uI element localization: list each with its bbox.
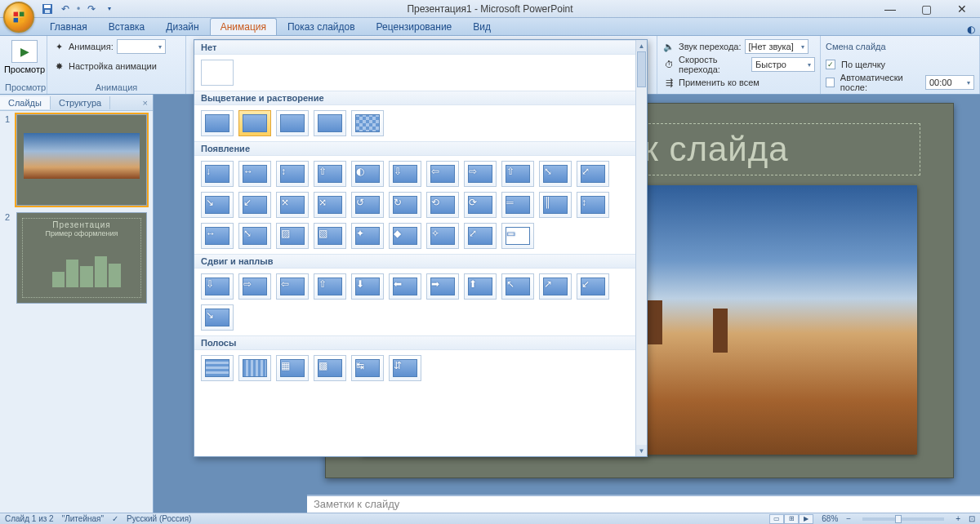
slide-thumb-2[interactable]: Презентация Пример оформления — [16, 212, 147, 304]
redo-icon[interactable]: ↷ — [83, 2, 100, 16]
sound-combo[interactable]: [Нет звука]▾ — [745, 39, 808, 54]
transition-item[interactable]: ↖ — [501, 273, 534, 300]
tab-slides[interactable]: Слайды — [0, 96, 51, 109]
zoom-out-icon[interactable]: − — [846, 514, 851, 523]
transition-item[interactable]: ⟳ — [464, 192, 497, 218]
transition-item[interactable]: ⤡ — [539, 161, 572, 187]
transition-item[interactable]: ⇵ — [389, 355, 421, 381]
transition-item[interactable]: ║ — [539, 192, 572, 218]
view-sorter-icon[interactable]: ⊞ — [784, 514, 799, 524]
undo-icon[interactable]: ↶ — [57, 2, 74, 16]
transition-item[interactable]: ↺ — [351, 192, 384, 218]
transition-item[interactable] — [238, 355, 271, 381]
transition-item[interactable] — [351, 110, 384, 136]
transition-item[interactable]: ⇧ — [314, 273, 346, 300]
transition-item[interactable]: ▭ — [501, 223, 534, 249]
transition-item[interactable]: ⬇ — [351, 273, 384, 300]
transition-item[interactable]: ⇧ — [501, 161, 534, 187]
custom-animation-button[interactable]: ✸ Настройка анимации — [52, 58, 157, 74]
transition-item[interactable]: ↔ — [201, 223, 234, 249]
office-button[interactable] — [3, 2, 34, 33]
zoom-in-icon[interactable]: + — [956, 514, 960, 523]
transition-item[interactable]: ↙ — [577, 273, 609, 300]
fit-window-icon[interactable]: ⊡ — [969, 514, 975, 523]
transition-item[interactable]: ⟲ — [426, 192, 459, 218]
preview-button[interactable]: ▶ Просмотр — [5, 38, 44, 76]
tab-outline[interactable]: Структура — [51, 96, 110, 109]
scroll-down-icon[interactable]: ▼ — [636, 445, 647, 456]
transition-item[interactable]: ⬆ — [464, 273, 497, 300]
tab-slideshow[interactable]: Показ слайдов — [277, 18, 366, 35]
transition-item[interactable]: ✦ — [351, 223, 384, 249]
transition-item[interactable]: ⇦ — [426, 161, 459, 187]
transition-item[interactable]: ⤢ — [464, 223, 497, 249]
transition-item[interactable]: ⇩ — [389, 161, 421, 187]
transition-item[interactable]: ⇧ — [314, 161, 346, 187]
transition-item[interactable]: ↘ — [201, 304, 234, 331]
transition-item[interactable]: ↘ — [201, 192, 234, 218]
transition-item[interactable]: ✧ — [426, 223, 459, 249]
transition-item[interactable] — [314, 110, 346, 136]
transition-item[interactable]: ↕ — [276, 161, 309, 187]
save-icon[interactable] — [39, 2, 56, 16]
scroll-up-icon[interactable]: ▲ — [636, 40, 647, 51]
transition-item[interactable]: ▨ — [276, 223, 309, 249]
view-normal-icon[interactable]: ▭ — [769, 514, 784, 524]
status-zoom[interactable]: 68% — [822, 514, 838, 523]
transition-item[interactable]: ⤡ — [238, 223, 271, 249]
transition-item[interactable]: ◆ — [389, 223, 421, 249]
transition-item[interactable]: ▦ — [276, 355, 309, 381]
close-button[interactable]: ✕ — [944, 0, 980, 18]
transition-item-selected[interactable] — [238, 110, 271, 136]
transition-item[interactable]: ↓ — [201, 161, 234, 187]
transition-item[interactable]: ⤢ — [577, 161, 609, 187]
on-click-checkbox[interactable]: ✓ По щелчку — [826, 56, 885, 73]
transition-item[interactable]: ◐ — [351, 161, 384, 187]
transition-none[interactable] — [201, 60, 234, 86]
transition-item[interactable]: ↙ — [238, 192, 271, 218]
tab-insert[interactable]: Вставка — [98, 18, 156, 35]
transition-item[interactable]: ⇨ — [238, 273, 271, 300]
thumb-row[interactable]: 2 Презентация Пример оформления — [5, 212, 148, 304]
transition-item[interactable]: ➡ — [426, 273, 459, 300]
transition-item[interactable]: ⇨ — [464, 161, 497, 187]
transition-item[interactable]: ⇦ — [276, 273, 309, 300]
transition-item[interactable]: ↕ — [577, 192, 609, 218]
transition-item[interactable]: ⤧ — [276, 192, 309, 218]
transition-item[interactable]: ↹ — [351, 355, 384, 381]
spellcheck-icon[interactable]: ✓ — [112, 514, 118, 523]
tab-animation[interactable]: Анимация — [210, 18, 277, 35]
tab-review[interactable]: Рецензирование — [366, 18, 463, 35]
status-language[interactable]: Русский (Россия) — [127, 514, 191, 523]
help-icon[interactable]: ◐ — [962, 24, 980, 35]
transition-item[interactable]: ▩ — [314, 355, 346, 381]
qat-customize-icon[interactable]: ▾ — [101, 2, 118, 16]
transition-item[interactable] — [201, 355, 234, 381]
transition-item[interactable]: ↻ — [389, 192, 421, 218]
transition-item[interactable]: ↔ — [238, 161, 271, 187]
animation-combo[interactable]: ▾ — [117, 39, 166, 54]
maximize-button[interactable]: ▢ — [908, 0, 944, 18]
auto-after-time[interactable]: 00:00▾ — [925, 75, 974, 90]
tab-view[interactable]: Вид — [462, 18, 501, 35]
transition-item[interactable]: ⇩ — [201, 273, 234, 300]
tab-design[interactable]: Дизайн — [155, 18, 209, 35]
transition-item[interactable]: ⤨ — [314, 192, 346, 218]
slide-thumb-1[interactable] — [16, 114, 147, 206]
transition-item[interactable] — [201, 110, 234, 136]
zoom-slider[interactable] — [862, 517, 944, 521]
view-slideshow-icon[interactable]: ▶ — [799, 514, 813, 524]
transition-item[interactable]: ▧ — [314, 223, 346, 249]
transition-item[interactable]: ⬅ — [389, 273, 421, 300]
thumb-row[interactable]: 1 — [5, 114, 148, 206]
speed-combo[interactable]: Быстро▾ — [751, 57, 815, 72]
minimize-button[interactable]: — — [872, 0, 908, 18]
apply-all-button[interactable]: ⇶ Применить ко всем — [662, 74, 760, 91]
transition-item[interactable] — [276, 110, 309, 136]
auto-after-checkbox[interactable]: Автоматически после: 00:00▾ — [826, 74, 974, 91]
transition-item[interactable]: ═ — [501, 192, 534, 218]
scroll-thumb[interactable] — [637, 51, 646, 87]
notes-pane[interactable]: Заметки к слайду — [307, 495, 980, 513]
gallery-scrollbar[interactable]: ▲ ▼ — [635, 40, 647, 456]
transition-item[interactable]: ↗ — [539, 273, 572, 300]
